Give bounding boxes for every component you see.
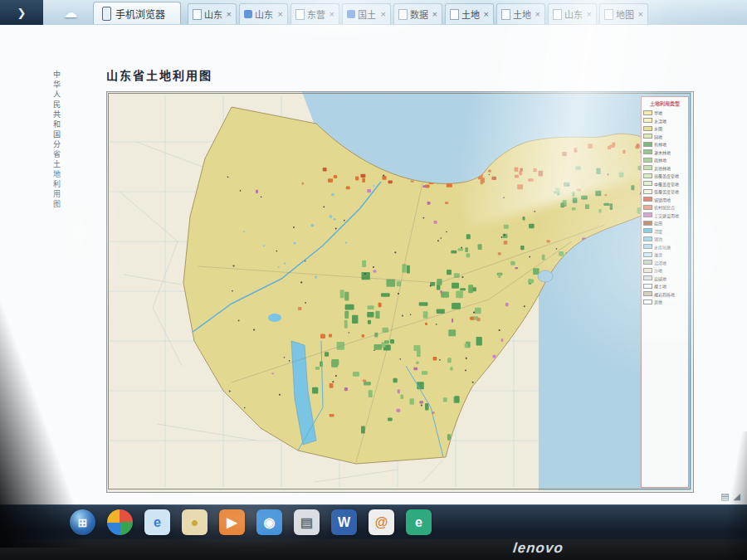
legend-item: 水田 <box>643 125 686 131</box>
laptop-photo: ❯ ☁ 手机浏览器 山东 × 山东 × 东营 × 国土 × 数据 × 土地 × <box>0 0 747 560</box>
browser-tab[interactable]: 地图 × <box>599 3 648 24</box>
legend-label: 沼泽地 <box>654 260 666 265</box>
legend-item: 农村居民点 <box>643 204 686 210</box>
legend-label: 工交建设用地 <box>654 212 679 218</box>
landuse-map-container: 土地利用类型 旱地 水浇地 水田 园地 有林地 灌木林地 疏林地 其他林地 高覆… <box>106 91 694 493</box>
cloud-sync-icon[interactable]: ☁ <box>55 2 86 23</box>
legend-item: 城镇用地 <box>643 197 686 202</box>
legend-label: 湖泊 <box>654 236 662 241</box>
legend-item: 裸岩石砾地 <box>643 291 686 297</box>
legend-swatch <box>643 165 652 170</box>
app-glyph: @ <box>375 515 388 530</box>
legend-swatch <box>643 268 652 273</box>
tab-label: 国土 <box>358 7 376 21</box>
internet-explorer[interactable]: e <box>144 509 170 535</box>
app-glyph: e <box>154 515 161 530</box>
legend-item: 沙地 <box>643 267 686 273</box>
legend-item: 沼泽地 <box>643 260 686 265</box>
cloud-glyph: ☁ <box>64 4 78 22</box>
legend-swatch <box>643 189 652 194</box>
legend-label: 高覆盖度草地 <box>654 173 679 178</box>
media-player[interactable]: ▶ <box>219 509 245 535</box>
legend-title: 土地利用类型 <box>643 100 686 107</box>
close-icon[interactable]: × <box>381 10 386 19</box>
legend-label: 水库坑塘 <box>654 244 671 250</box>
legend-swatch <box>643 252 652 257</box>
tab-favicon <box>193 9 202 20</box>
legend-swatch <box>643 173 652 178</box>
legend-swatch <box>643 181 652 186</box>
browser-tab[interactable]: 东营 × <box>290 3 339 24</box>
pinwheel-browser[interactable] <box>107 509 133 535</box>
reader-app[interactable]: ◉ <box>256 509 282 535</box>
resize-corner-icon[interactable]: ◢ <box>734 491 740 502</box>
close-icon[interactable]: × <box>535 10 540 19</box>
browser-tab[interactable]: 土地 × <box>445 3 494 24</box>
browser-tab[interactable]: 山东 × <box>239 3 288 24</box>
close-icon[interactable]: × <box>484 10 489 19</box>
legend-swatch <box>643 205 652 210</box>
tab-label: 土地 <box>461 7 480 21</box>
tab-favicon <box>450 9 459 20</box>
legend-item: 园地 <box>643 134 686 139</box>
legend-swatch <box>643 134 652 139</box>
legend-swatch <box>643 221 652 226</box>
legend-swatch <box>643 126 652 131</box>
legend-item: 灌木林地 <box>643 149 686 155</box>
print-icon[interactable]: ▤ <box>720 491 729 502</box>
tab-strip: 山东 × 山东 × 东营 × 国土 × 数据 × 土地 × 土地 × 山东 × … <box>188 3 747 25</box>
yellow-sphere-app[interactable]: ● <box>182 509 208 535</box>
legend-label: 水浇地 <box>654 118 666 124</box>
browser-tab[interactable]: 数据 × <box>393 3 442 24</box>
taskbar: ⊞ e ● ▶ ◉ ▤ W @ e <box>0 504 747 540</box>
browser-menu-button[interactable]: ❯ <box>0 0 43 25</box>
page-side-caption: 中华人民共和国分省土地利用图 <box>51 71 62 261</box>
tab-label: 数据 <box>410 7 428 21</box>
browser-tab[interactable]: 土地 × <box>496 3 545 24</box>
legend-item: 盐田 <box>643 220 686 226</box>
legend-swatch <box>643 284 652 289</box>
legend-label: 裸岩石砾地 <box>654 291 675 297</box>
legend-swatch <box>643 149 652 154</box>
close-icon[interactable]: × <box>227 10 232 19</box>
tab-mobile-browser[interactable]: 手机浏览器 <box>93 2 181 24</box>
mail-app[interactable]: @ <box>369 509 394 535</box>
legend-swatch <box>643 212 652 217</box>
start-button[interactable]: ⊞ <box>70 509 95 535</box>
page-title: 山东省土地利用图 <box>106 66 212 83</box>
word[interactable]: W <box>331 509 357 535</box>
tab-label: 山东 <box>204 7 222 21</box>
app-glyph: ▶ <box>227 514 237 530</box>
legend-label: 沙地 <box>654 267 662 273</box>
legend-label: 水田 <box>654 125 662 131</box>
app-glyph: e <box>415 515 422 530</box>
printer-app[interactable]: ▤ <box>294 509 320 535</box>
close-icon[interactable]: × <box>638 10 643 19</box>
browser-tab[interactable]: 山东 × <box>548 3 597 24</box>
legend-label: 低覆盖度草地 <box>654 188 679 194</box>
legend-swatch <box>643 110 652 115</box>
browser-tab[interactable]: 国土 × <box>342 3 391 24</box>
page-corner-icons[interactable]: ▤ ◢ <box>720 491 740 502</box>
close-icon[interactable]: × <box>432 10 437 19</box>
browser-tab-bar: ❯ ☁ 手机浏览器 山东 × 山东 × 东营 × 国土 × 数据 × 土地 × <box>0 0 747 26</box>
legend-item: 中覆盖度草地 <box>643 181 686 187</box>
close-icon[interactable]: × <box>278 10 283 19</box>
active-tab-label: 手机浏览器 <box>115 7 165 21</box>
phone-icon <box>102 7 111 21</box>
legend-label: 疏林地 <box>654 157 666 163</box>
legend-label: 旱地 <box>654 110 662 115</box>
green-browser[interactable]: e <box>406 509 432 535</box>
legend-swatch <box>643 118 652 123</box>
legend-swatch <box>643 197 652 202</box>
browser-tab[interactable]: 山东 × <box>188 3 237 24</box>
legend-label: 有林地 <box>654 141 666 147</box>
legend-item: 滩涂 <box>643 251 686 257</box>
close-icon[interactable]: × <box>330 10 334 19</box>
tab-favicon <box>295 9 305 20</box>
legend-item: 旱地 <box>643 110 686 115</box>
tab-favicon <box>501 9 510 20</box>
close-icon[interactable]: × <box>587 10 592 19</box>
lenovo-logo: lenovo <box>512 540 564 557</box>
legend-item: 河渠 <box>643 228 686 234</box>
